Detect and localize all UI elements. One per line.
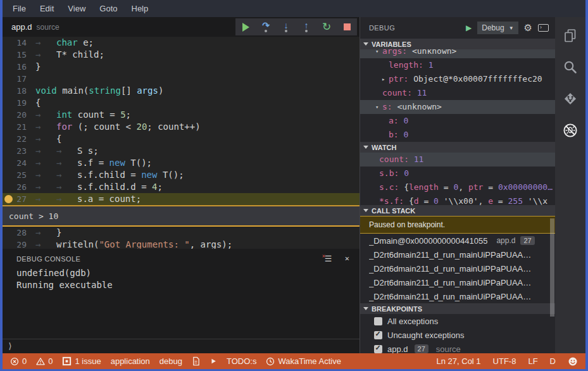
gutter[interactable]: 14 [3,37,30,49]
menu-help[interactable]: Help [125,4,156,13]
breakpoint-item[interactable]: app.d27source [360,342,555,353]
gutter[interactable]: 23 [3,145,30,157]
status-play-icon[interactable] [210,357,217,365]
stack-frame[interactable]: _D2rt6dmain211_d_run_mainUiPPaPUAA… [360,275,555,289]
gear-icon[interactable]: ⚙ [524,22,532,34]
stack-frame[interactable]: _D2rt6dmain211_d_run_mainUiPPaPUAA… [360,261,555,275]
status-0[interactable]: 0 [10,356,27,366]
section-call-stack[interactable]: CALL STACK [360,205,555,216]
status-wakatime-active[interactable]: WakaTime Active [266,356,341,366]
close-icon[interactable]: ✕ [345,254,349,263]
gutter[interactable]: 28 [3,227,30,239]
section-watch[interactable]: WATCH [360,142,555,153]
restart-button[interactable]: ↻ [320,20,334,35]
tab-appd[interactable]: app.d source [3,17,68,37]
search-icon[interactable] [562,59,579,75]
code-line-24[interactable]: 24→→s.f = new T(); [3,157,360,169]
variable-row-s[interactable]: ▾s: <unknown> [360,100,555,114]
checkbox-checked[interactable] [374,345,382,353]
breakpoint-item[interactable]: All exceptions [360,314,555,328]
breakpoint-indicator[interactable] [4,195,13,203]
breakpoint-condition-widget[interactable]: count > 10 [3,205,360,227]
status-smiley-icon[interactable] [568,356,578,367]
variable-row-ptr[interactable]: ▸ptr: Object@*0x00007fffffffec20 [360,72,555,86]
gutter[interactable]: 29 [3,239,30,249]
menu-view[interactable]: View [61,4,92,13]
section-breakpoints[interactable]: BREAKPOINTS [360,303,555,314]
stop-button[interactable] [340,20,354,35]
console-input-prompt[interactable]: ⟩ [3,339,360,351]
gutter[interactable]: 17 [3,73,30,85]
section-variables[interactable]: VARIABLES [360,39,555,49]
watch-row-sf[interactable]: *s.f: {d = 0 '\\x00', e = 255 '\\x [360,194,555,205]
gutter[interactable]: 15 [3,49,30,61]
watch-row-sb[interactable]: s.b: 0 [360,167,555,180]
clear-console-icon[interactable]: ☰✕ [325,255,334,263]
gutter[interactable]: 21 [3,121,30,133]
code-editor[interactable]: 14→char e;15→T* child;16}1718void main(s… [3,37,360,249]
debug-icon[interactable] [562,122,579,139]
status-todo-s[interactable]: TODO:s [227,356,256,366]
variable-row-args[interactable]: ▾args: <unknown> [360,49,555,58]
code-line-15[interactable]: 15→T* child; [3,49,360,61]
code-line-25[interactable]: 25→→s.f.child = new T(); [3,169,360,181]
debug-config-dropdown[interactable]: Debug ▼ [477,22,518,34]
variable-row-a[interactable]: a: 0 [360,114,555,128]
open-console-icon[interactable]: › [538,24,549,32]
stack-frame[interactable]: _D2rt6dmain211_d_run_mainUiPPaPUAA… [360,248,555,261]
code-line-28[interactable]: 28→} [3,227,360,239]
code-line-20[interactable]: 20→int count = 5; [3,109,360,121]
stack-frame[interactable]: _Dmain@0x0000000000441055app.d27 [360,234,555,248]
code-line-23[interactable]: 23→→S s; [3,145,360,157]
stack-frame[interactable]: _D2rt6dmain211_d_run_mainUiPPaPUAA… [360,289,555,303]
menu-edit[interactable]: Edit [33,4,61,13]
checkbox-checked[interactable] [374,331,382,339]
source-control-icon[interactable] [562,91,579,107]
gutter[interactable]: 16 [3,61,30,73]
expander-icon[interactable]: ▸ [382,72,389,86]
code-line-22[interactable]: 22→{ [3,133,360,145]
breakpoint-item[interactable]: Uncaught exceptions [360,328,555,342]
status-ln-27-col-1[interactable]: Ln 27, Col 1 [436,356,480,366]
gutter[interactable]: 18 [3,85,30,97]
expander-icon[interactable]: ▾ [375,49,382,58]
gutter[interactable]: 27 [3,193,30,205]
menu-file[interactable]: File [6,4,33,13]
code-line-27[interactable]: 27→→s.a = count; [3,193,360,205]
code-line-21[interactable]: 21→for (; count < 20; count++) [3,121,360,133]
status-1-issue[interactable]: 1 issue [62,356,101,366]
code-line-19[interactable]: 19{ [3,97,360,109]
step-out-button[interactable]: ↑ [299,20,313,35]
code-line-29[interactable]: 29→writeln("Got Arguments: ", args); [3,239,360,249]
variable-row-length[interactable]: length: 1 [360,58,555,72]
start-debug-icon[interactable]: ▶ [466,23,472,32]
files-icon[interactable] [562,27,579,44]
checkbox-unchecked[interactable] [374,317,382,325]
gutter[interactable]: 26 [3,181,30,193]
step-over-button[interactable]: ↷ [259,20,273,35]
status-application[interactable]: application [111,356,150,366]
step-into-button[interactable]: ↓ [279,20,293,35]
continue-button[interactable] [239,20,253,35]
panel-scrollbar[interactable] [550,218,554,317]
code-line-16[interactable]: 16} [3,61,360,73]
gutter[interactable]: 20 [3,109,30,121]
code-line-17[interactable]: 17 [3,73,360,85]
gutter[interactable]: 25 [3,169,30,181]
status-0[interactable]: 0 [36,356,53,366]
watch-row-count[interactable]: count: 11 [360,153,555,167]
status-utf-8[interactable]: UTF-8 [493,356,516,366]
code-line-14[interactable]: 14→char e; [3,37,360,49]
status-d[interactable]: D [550,356,556,366]
status-file-icon[interactable] [192,356,200,366]
code-line-18[interactable]: 18void main(string[] args) [3,85,360,97]
status-lf[interactable]: LF [528,356,537,366]
menu-goto[interactable]: Goto [92,4,124,13]
variable-row-count[interactable]: count: 11 [360,86,555,100]
watch-row-sc[interactable]: s.c: {length = 0, ptr = 0x00000000… [360,180,555,194]
status-debug[interactable]: debug [160,356,182,366]
gutter[interactable]: 19 [3,97,30,109]
expander-icon[interactable]: ▾ [375,100,382,114]
gutter[interactable]: 24 [3,157,30,169]
gutter[interactable]: 22 [3,133,30,145]
